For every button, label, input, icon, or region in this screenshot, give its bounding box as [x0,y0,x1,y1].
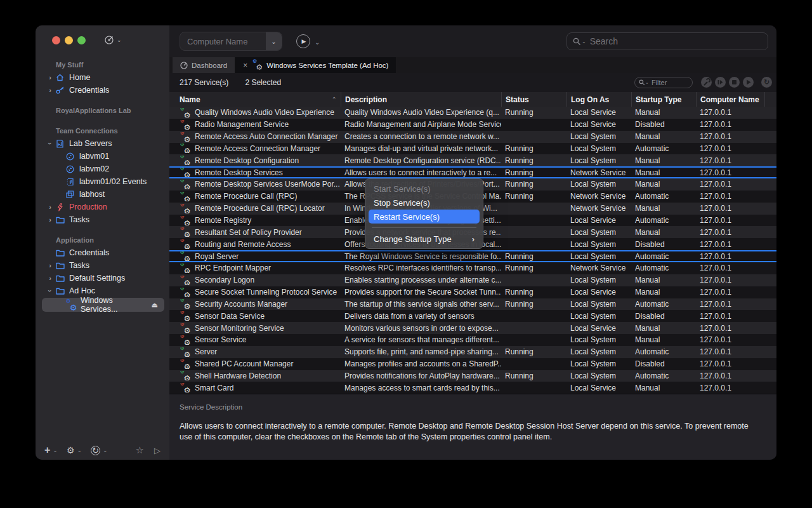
tab-windows-services-template[interactable]: × ⚙⚙ Windows Services Template (Ad Hoc) [235,57,396,73]
sidebar-item-ad-hoc[interactable]: ›Ad Hoc [36,284,169,297]
table-row[interactable]: ⚙⚙ Server Supports file, print, and name… [169,346,776,358]
sidebar-item-labvm01-02-events[interactable]: labvm01/02 Events [36,175,169,188]
gear-menu-button[interactable]: ⚙ [67,445,75,455]
service-gears-icon: ⚙⚙ [180,228,190,237]
menu-item-stop-service-s[interactable]: Stop Service(s) [365,196,483,210]
chevron-collapsed-icon[interactable]: › [46,86,55,94]
properties-wrench-button[interactable] [701,77,712,88]
close-tab-icon[interactable]: × [243,61,247,70]
table-row[interactable]: ⚙⚙ Sensor Monitoring Service Monitors va… [169,322,776,334]
table-row[interactable]: ⚙⚙ Sensor Service A service for sensors … [169,334,776,346]
menu-item-change-startup-type[interactable]: Change Startup Type› [365,232,483,246]
column-header-logonas[interactable]: Log On As [566,92,631,107]
service-logon: Local System [566,371,631,380]
column-header-description[interactable]: Description [341,92,501,107]
service-logon: Local System [566,335,631,344]
sidebar-item-labvm01[interactable]: labvm01 [36,150,169,163]
table-row[interactable]: ⚙⚙ Shell Hardware Detection Provides not… [169,370,776,382]
table-row[interactable]: ⚙⚙ Smart Card Manages access to smart ca… [169,382,776,394]
table-row[interactable]: ⚙⚙ Sensor Data Service Delivers data fro… [169,310,776,322]
column-header-status[interactable]: Status [501,92,566,107]
service-startup-type: Automatic [631,300,696,309]
table-row-selected[interactable]: ⚙⚙ Remote Desktop Services Allows users … [169,166,776,178]
service-name: Server [195,347,217,356]
table-row-selected[interactable]: ⚙⚙ Royal Server The Royal Windows Servic… [169,250,776,262]
service-logon: Local System [566,276,631,284]
chevron-collapsed-icon[interactable]: › [46,216,55,224]
filter-field[interactable]: ⌄ Filter [634,77,693,88]
service-computer-name: 127.0.0.1 [696,347,764,356]
column-header-computername[interactable]: Computer Name [696,92,764,107]
sidebar-section-title: My Stuff [36,61,169,71]
table-row[interactable]: ⚙⚙ Security Accounts Manager The startup… [169,298,776,311]
service-gears-icon: ⚙⚙ [180,240,190,249]
run-button[interactable]: ▷ [154,446,160,455]
table-row[interactable]: ⚙⚙ Radio Management Service Radio Manage… [169,119,776,131]
connect-options-chevron[interactable]: ⌄ [315,39,320,46]
tab-dashboard[interactable]: Dashboard [173,57,235,73]
sidebar-item-windows-services[interactable]: ⚙⚙Windows Services...⏏ [42,298,164,312]
selected-count: 2 Selected [245,78,281,87]
chevron-collapsed-icon[interactable]: › [46,74,55,81]
table-row[interactable]: ⚙⚙ Secondary Logon Enables starting proc… [169,274,776,286]
sidebar-item-lab-servers[interactable]: ›Lab Servers [36,137,169,150]
chevron-collapsed-icon[interactable]: › [46,274,55,282]
service-status: Running [501,192,566,201]
table-row[interactable]: ⚙⚙ Shared PC Account Manager Manages pro… [169,358,776,370]
column-header-startuptype[interactable]: Startup Type [631,92,696,107]
sidebar-item-label: Windows Services... [81,296,152,314]
sidebar-item-home[interactable]: ›Home [36,71,169,84]
royal-target-icon [104,35,114,45]
menu-item-label: Start Service(s) [374,184,431,194]
restart-service-button[interactable]: ↻ [761,77,772,88]
table-row[interactable]: ⚙⚙ Remote Desktop Configuration Remote D… [169,154,776,166]
service-startup-type: Manual [631,204,696,213]
app-menu-button[interactable]: ⌄ [104,35,122,45]
stop-service-button[interactable] [729,77,740,88]
sidebar-item-labhost[interactable]: labhost [36,188,169,201]
service-computer-name: 127.0.0.1 [696,252,764,261]
favorite-star-button[interactable]: ☆ [136,444,144,456]
sidebar-item-tasks[interactable]: ›Tasks [36,259,169,272]
start-service-button[interactable] [743,77,754,88]
zoom-window-button[interactable] [77,36,86,44]
sidebar-item-tasks[interactable]: ›Tasks [36,213,169,226]
table-row[interactable]: ⚙⚙ Remote Access Auto Connection Manager… [169,131,776,143]
column-header-name[interactable]: Name ⌃ [169,92,341,107]
eject-icon[interactable]: ⏏ [152,301,158,309]
sidebar-item-credentials[interactable]: ›Credentials [36,84,169,97]
service-startup-type: Manual [631,156,696,165]
table-row[interactable]: ⚙⚙ Remote Access Connection Manager Mana… [169,143,776,155]
computer-name-combobox[interactable]: Computer Name ⌄ [180,32,282,51]
service-startup-type: Manual [631,324,696,333]
service-name: Remote Access Connection Manager [195,144,320,153]
chevron-collapsed-icon[interactable]: › [46,262,55,269]
chevron-expanded-icon[interactable]: › [46,139,54,148]
continue-service-button[interactable] [715,77,726,88]
sidebar-item-default-settings[interactable]: ›Default Settings [36,272,169,284]
combobox-dropdown-button[interactable]: ⌄ [266,32,282,50]
table-row[interactable]: ⚙⚙ Secure Socket Tunneling Protocol Serv… [169,286,776,298]
service-startup-type: Disabled [631,312,696,321]
service-gears-icon: ⚙⚙ [180,335,190,344]
minimize-window-button[interactable] [65,36,73,44]
menu-item-start-service-s[interactable]: Start Service(s) [365,182,483,196]
chevron-expanded-icon[interactable]: › [46,286,54,295]
resume-icon [717,79,723,85]
sync-menu-button[interactable]: ↻ [91,446,100,455]
search-field[interactable]: ⌄ Search [566,32,768,50]
desktop: { "window": { "traffic_lights": ["close"… [0,0,812,508]
sidebar-item-credentials[interactable]: Credentials [36,246,169,259]
search-placeholder: Search [590,36,618,46]
sidebar-item-label: Production [69,203,107,211]
table-row[interactable]: ⚙⚙ RPC Endpoint Mapper Resolves RPC inte… [169,262,776,274]
sidebar-item-labvm02[interactable]: labvm02 [36,163,169,175]
sidebar-item-production[interactable]: ›Production [36,201,169,213]
close-window-button[interactable] [52,36,60,44]
chevron-collapsed-icon[interactable]: › [46,203,55,211]
table-row[interactable]: ⚙⚙ Quality Windows Audio Video Experienc… [169,107,776,119]
add-button[interactable]: + [44,444,50,456]
menu-item-restart-service-s[interactable]: Restart Service(s) [369,210,480,224]
connect-play-button[interactable]: ▶ [296,34,310,48]
service-gears-icon: ⚙⚙ [180,120,190,129]
